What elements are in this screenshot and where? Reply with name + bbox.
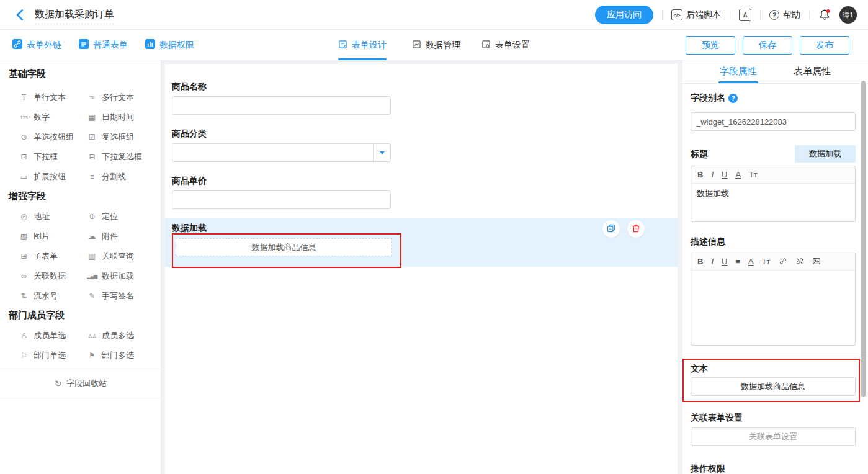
field-alias-input[interactable] (691, 112, 856, 131)
tab-data-manage[interactable]: 数据管理 (412, 30, 460, 60)
product-price-input[interactable] (172, 190, 391, 209)
field-label: 数据加载 (102, 271, 134, 282)
field-item-department-single[interactable]: ⚐部门单选 (19, 349, 66, 362)
link-icon[interactable] (779, 257, 787, 267)
field-label: 手写签名 (102, 290, 134, 302)
extend-button-icon: ▭ (19, 172, 29, 181)
journal-button[interactable]: A (739, 9, 751, 21)
app-access-button[interactable]: 应用访问 (595, 6, 653, 24)
field-item-divider[interactable]: ≡分割线 (87, 171, 126, 183)
form-mode-group: 表单外链 普通表单 数据权限 (12, 30, 194, 60)
data-load-trigger-button[interactable]: 数据加载商品信息 (176, 238, 392, 256)
field-recycle-bin-button[interactable]: ↻ 字段回收站 (0, 369, 161, 398)
align-icon[interactable]: ≡ (735, 257, 740, 266)
bold-icon[interactable]: B (697, 257, 703, 266)
field-item-datetime[interactable]: ▦日期时间 (87, 111, 134, 123)
notification-bell-button[interactable] (818, 9, 831, 21)
bold-icon[interactable]: B (697, 171, 703, 179)
form-title[interactable]: 数据加载采购订单 (35, 8, 114, 24)
field-label: 复选框组 (102, 132, 134, 143)
field-item-address[interactable]: ◎地址 (19, 210, 50, 223)
unlink-icon[interactable] (795, 257, 804, 267)
description-editor-content[interactable] (691, 271, 855, 346)
field-item-related-data[interactable]: ∞关联数据 (19, 270, 66, 282)
plain-form-button[interactable]: 普通表单 (79, 39, 128, 51)
avatar[interactable]: 谭1 (839, 6, 857, 24)
font-size-icon[interactable]: Tт (749, 171, 758, 179)
text-section-label: 文本 (691, 364, 708, 375)
field-item-related-query[interactable]: ▥关联查询 (87, 250, 134, 262)
section-enhanced-fields: 增强字段 (9, 190, 46, 202)
plain-form-label: 普通表单 (93, 40, 128, 51)
bar-chart-icon (145, 39, 155, 51)
select-caret-button[interactable] (373, 144, 390, 161)
field-item-signature[interactable]: ✎手写签名 (87, 290, 134, 302)
preview-button[interactable]: 预览 (686, 36, 735, 55)
product-name-input[interactable] (172, 96, 391, 115)
underline-icon[interactable]: U (722, 171, 727, 179)
alias-help-icon[interactable]: ? (728, 94, 738, 103)
field-item-checkbox-group[interactable]: ☑复选框组 (87, 131, 134, 143)
field-item-member-single[interactable]: ♙成员单选 (19, 329, 66, 342)
data-load-text-button[interactable]: 数据加载商品信息 (691, 377, 856, 396)
font-size-icon[interactable]: Tт (762, 257, 771, 266)
data-load-icon: ▂▄▆ (87, 274, 97, 279)
tab-form-design[interactable]: 表单设计 (338, 30, 387, 60)
field-item-attachment[interactable]: ☁附件 (87, 230, 118, 243)
data-load-field-selected[interactable]: 数据加载 数据加载商品信息 (165, 218, 678, 267)
field-item-number[interactable]: 123数字 (19, 111, 50, 123)
save-button[interactable]: 保存 (743, 36, 792, 55)
form-external-link-button[interactable]: 表单外链 (12, 39, 61, 51)
divider (662, 11, 663, 19)
help-button[interactable]: ? 帮助 (769, 9, 800, 20)
field-item-select[interactable]: ⊡下拉框 (19, 151, 58, 163)
form-canvas-card: 商品名称 商品分类 商品单价 数据加载 数据加载商品信息 (165, 64, 678, 474)
font-color-icon[interactable]: A (735, 171, 741, 179)
underline-icon[interactable]: U (722, 257, 727, 266)
related-form-settings-button[interactable]: 关联表单设置 (691, 427, 856, 446)
field-item-multi-line-text[interactable]: T≡多行文本 (87, 91, 134, 104)
chevron-down-icon (380, 151, 385, 154)
back-button[interactable] (14, 8, 27, 22)
publish-button[interactable]: 发布 (800, 36, 849, 55)
tab-form-settings[interactable]: 表单设置 (481, 30, 530, 60)
field-label: 部门单选 (34, 350, 66, 361)
multi-line-text-icon: T≡ (87, 95, 97, 101)
copy-field-button[interactable] (602, 220, 620, 238)
field-item-multi-select[interactable]: ⊟下拉复选框 (87, 151, 142, 163)
delete-field-button[interactable] (627, 220, 645, 238)
field-item-data-load[interactable]: ▂▄▆数据加载 (87, 270, 134, 282)
form-link-icon (12, 39, 22, 51)
field-item-extend-button[interactable]: ▭扩展按钮 (19, 171, 66, 183)
form-external-link-label: 表单外链 (27, 40, 61, 51)
department-single-icon: ⚐ (19, 351, 29, 360)
title-insert-badge[interactable]: 数据加载 (795, 145, 856, 163)
data-permission-button[interactable]: 数据权限 (145, 39, 194, 51)
field-item-department-multi[interactable]: ⚑部门多选 (87, 349, 134, 362)
field-item-serial-number[interactable]: ⇅流水号 (19, 290, 58, 302)
field-item-location[interactable]: ⊕定位 (87, 210, 118, 223)
panel-scrollbar[interactable] (861, 81, 866, 397)
insert-image-icon[interactable] (812, 257, 821, 267)
description-editor: B I U ≡ A Tт (691, 253, 856, 346)
backend-script-button[interactable]: </> 后端脚本 (671, 9, 721, 20)
field-label: 下拉框 (34, 151, 58, 163)
italic-icon[interactable]: I (711, 171, 714, 179)
field-item-radio-group[interactable]: ⊙单选按钮组 (19, 131, 74, 143)
form-settings-icon (481, 40, 491, 51)
title-editor-content[interactable]: 数据加载 (691, 184, 855, 203)
tab-form-properties[interactable]: 表单属性 (776, 60, 850, 83)
italic-icon[interactable]: I (711, 257, 714, 266)
field-item-single-line-text[interactable]: T单行文本 (19, 91, 66, 104)
field-item-subform[interactable]: ⊞子表单 (19, 250, 58, 262)
field-label: 扩展按钮 (34, 171, 66, 182)
tab-field-properties[interactable]: 字段属性 (701, 60, 776, 83)
divider (0, 398, 161, 398)
field-item-member-multi[interactable]: ♙♙成员多选 (87, 329, 134, 342)
font-color-icon[interactable]: A (748, 257, 754, 266)
member-multi-icon: ♙♙ (87, 333, 97, 339)
field-item-image[interactable]: ▨图片 (19, 230, 50, 243)
title-editor-toolbar: B I U A Tт (691, 166, 855, 184)
member-single-icon: ♙ (19, 331, 29, 340)
product-category-select[interactable] (172, 143, 391, 162)
